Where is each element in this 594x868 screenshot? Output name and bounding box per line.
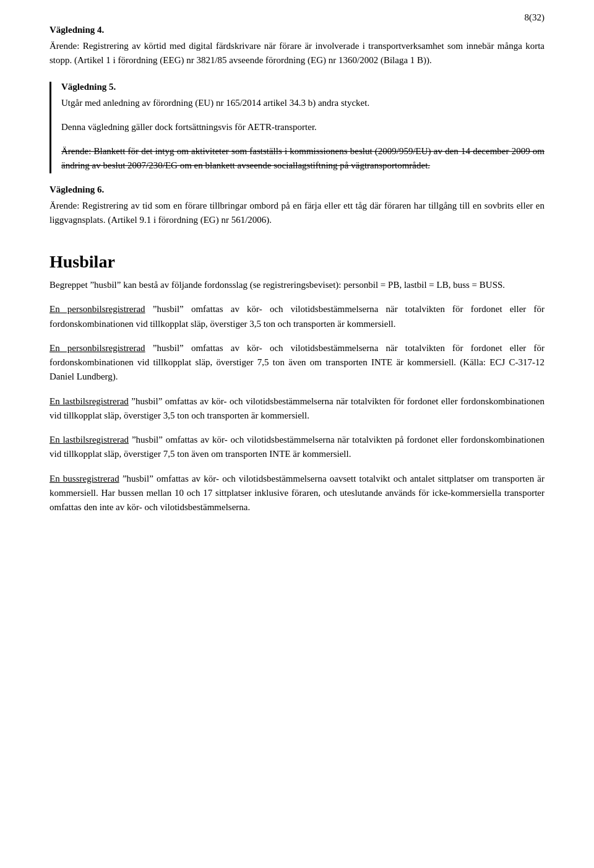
page-number: 8(32) — [525, 12, 545, 23]
vagledning6-body: Ärende: Registrering av tid som en förar… — [50, 199, 544, 228]
husbilar-p5-prefix: En bussregistrerad — [50, 474, 119, 484]
page: 8(32) Vägledning 4. Ärende: Registrering… — [0, 0, 594, 868]
vagledning5-line2: Denna vägledning gäller dock fortsättnin… — [61, 120, 544, 134]
section-vagledning6: Vägledning 6. Ärende: Registrering av ti… — [50, 184, 544, 228]
husbilar-p5-body: ”husbil” omfattas av kör- och vilotidsbe… — [50, 474, 544, 513]
vagledning5-body: Utgår med anledning av förordning (EU) n… — [61, 96, 544, 173]
husbilar-p2-prefix: En personbilsregistrerad — [50, 343, 145, 353]
vagledning5-title: Vägledning 5. — [61, 82, 544, 92]
husbilar-heading: Husbilar — [50, 252, 544, 272]
husbilar-p4: En lastbilsregistrerad ”husbil” omfattas… — [50, 433, 544, 462]
husbilar-intro: Begreppet ”husbil” kan bestå av följande… — [50, 278, 544, 292]
vagledning5-line1: Utgår med anledning av förordning (EU) n… — [61, 96, 544, 110]
vagledning4-body: Ärende: Registrering av körtid med digit… — [50, 39, 544, 68]
husbilar-p4-prefix: En lastbilsregistrerad — [50, 435, 129, 445]
vagledning5-line3-strikethrough: Ärende: Blankett för det intyg om aktivi… — [61, 144, 544, 173]
section-husbilar: Husbilar Begreppet ”husbil” kan bestå av… — [50, 252, 544, 514]
husbilar-p1: En personbilsregistrerad ”husbil” omfatt… — [50, 302, 544, 331]
vagledning4-title: Vägledning 4. — [50, 25, 544, 35]
husbilar-p3: En lastbilsregistrerad ”husbil” omfattas… — [50, 394, 544, 423]
husbilar-p3-prefix: En lastbilsregistrerad — [50, 396, 129, 406]
husbilar-p2: En personbilsregistrerad ”husbil” omfatt… — [50, 341, 544, 384]
vagledning6-title: Vägledning 6. — [50, 184, 544, 195]
husbilar-p1-prefix: En personbilsregistrerad — [50, 304, 145, 314]
section-vagledning5: Vägledning 5. Utgår med anledning av för… — [50, 82, 544, 173]
husbilar-p5: En bussregistrerad ”husbil” omfattas av … — [50, 472, 544, 515]
section-vagledning4: Vägledning 4. Ärende: Registrering av kö… — [50, 25, 544, 68]
